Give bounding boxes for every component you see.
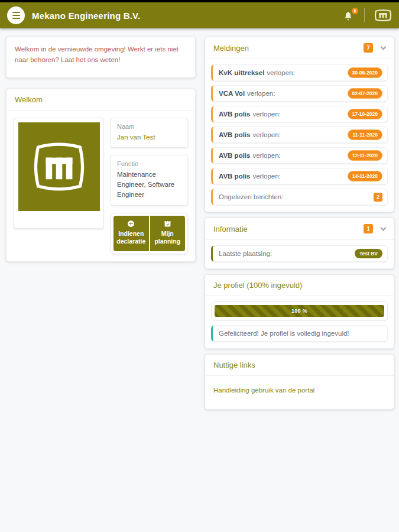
- mijn-planning-button[interactable]: Mijn planning: [150, 216, 186, 251]
- nuttige-links-title: Nuttige links: [213, 361, 255, 369]
- app-bar: Mekano Engineering B.V. 6: [0, 2, 399, 28]
- app-title: Mekano Engineering B.V.: [32, 11, 343, 21]
- profile-photo: [18, 122, 100, 211]
- right-column: Meldingen 7 KvK uittrekselverlopen: 30-0…: [205, 37, 394, 415]
- notifications-bell-button[interactable]: 6: [343, 9, 356, 22]
- notification-item[interactable]: KvK uittrekselverlopen: 30-06-2020: [211, 64, 388, 81]
- notification-item[interactable]: AVB polisverlopen: 11-11-2020: [211, 126, 388, 143]
- quick-actions-card: Indienen declaratie Mijn planning: [111, 213, 188, 254]
- informatie-title: Informatie: [213, 225, 248, 233]
- notification-item[interactable]: AVB polisverlopen: 17-10-2020: [211, 106, 388, 122]
- chevron-down-icon[interactable]: [381, 44, 387, 50]
- meldingen-card: Meldingen 7 KvK uittrekselverlopen: 30-0…: [205, 37, 394, 212]
- profile-progress: 100 %: [211, 301, 388, 320]
- notification-item[interactable]: AVB polisverlopen: 12-11-2020: [211, 147, 388, 164]
- functie-card: Functie Maintenance Engineer, Software E…: [111, 155, 188, 206]
- profile-photo-card: [14, 118, 103, 229]
- meldingen-header: Meldingen 7: [205, 37, 394, 59]
- date-badge: 12-11-2020: [348, 150, 382, 161]
- naam-card: Naam Jan van Test: [111, 118, 188, 148]
- functie-label: Functie: [117, 160, 181, 167]
- nuttige-links-header: Nuttige links: [205, 355, 394, 376]
- welkom-card-header: Welkom: [7, 89, 195, 111]
- progress-bar: 100 %: [215, 305, 384, 317]
- notification-item[interactable]: VCA Volverlopen: 02-07-2020: [211, 85, 388, 102]
- informatie-header: Informatie 1: [205, 218, 394, 240]
- indienen-declaratie-button[interactable]: Indienen declaratie: [113, 216, 149, 251]
- profiel-card: Je profiel (100% ingevuld) 100 % Gefelic…: [205, 274, 394, 349]
- hamburger-icon: [12, 12, 20, 13]
- naam-value-link[interactable]: Jan van Test: [117, 132, 181, 142]
- mekano-logo-icon: [24, 132, 94, 202]
- mekano-logo-icon[interactable]: [374, 9, 392, 22]
- profiel-header: Je profiel (100% ingevuld): [205, 275, 394, 296]
- hamburger-menu-button[interactable]: [7, 7, 25, 24]
- unread-messages-item[interactable]: Ongelezen berichten: 2: [211, 189, 388, 205]
- handleiding-portal-link[interactable]: Handleiding gebruik van de portal: [213, 387, 314, 394]
- laatste-plaatsing-item[interactable]: Laatste plaatsing: Test BV: [211, 245, 388, 262]
- nuttige-links-card: Nuttige links Handleiding gebruik van de…: [205, 354, 394, 410]
- date-badge: 11-11-2020: [348, 129, 382, 140]
- functie-value: Maintenance Engineer, Software Engineer: [117, 170, 181, 200]
- date-badge: 14-11-2020: [348, 171, 382, 181]
- welkom-card: Welkom: [6, 89, 196, 262]
- welcome-alert-card: Welkom in de vernieuwde omgeving! Werkt …: [6, 37, 196, 78]
- meldingen-title: Meldingen: [213, 44, 249, 53]
- informatie-count-badge: 1: [364, 224, 373, 233]
- profiel-title: Je profiel (100% ingevuld): [213, 281, 302, 290]
- meldingen-count-badge: 7: [364, 43, 373, 53]
- date-badge: 30-06-2020: [348, 67, 382, 78]
- appbar-divider: [364, 8, 365, 22]
- bell-badge: 6: [352, 8, 358, 14]
- unread-count-badge: 2: [374, 193, 382, 202]
- welcome-alert-text: Welkom in de vernieuwde omgeving! Werkt …: [15, 44, 187, 66]
- welkom-title: Welkom: [15, 95, 43, 104]
- plus-circle-icon: [127, 220, 135, 228]
- chevron-down-icon[interactable]: [381, 225, 387, 231]
- profile-complete-message: Gefeliciteerd! Je profiel is volledig in…: [211, 325, 388, 342]
- naam-label: Naam: [117, 123, 181, 130]
- calendar-icon: [164, 220, 171, 228]
- plaatsing-badge: Test BV: [355, 249, 382, 258]
- date-badge: 02-07-2020: [348, 88, 382, 99]
- main-content: Welkom in de vernieuwde omgeving! Werkt …: [0, 28, 399, 415]
- left-column: Welkom in de vernieuwde omgeving! Werkt …: [6, 37, 196, 262]
- notification-item[interactable]: AVB polisverlopen: 14-11-2020: [211, 168, 388, 184]
- informatie-card: Informatie 1 Laatste plaatsing: Test BV: [205, 218, 394, 269]
- date-badge: 17-10-2020: [348, 109, 382, 119]
